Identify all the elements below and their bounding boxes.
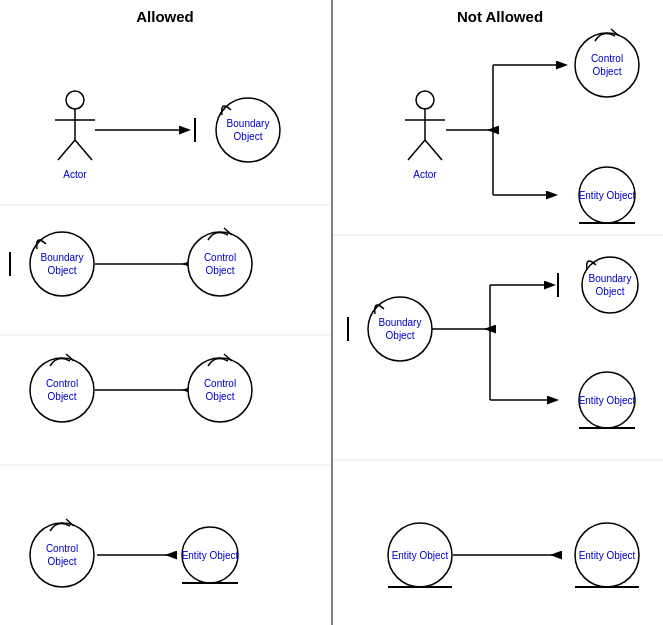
- actor1-label: Actor: [63, 169, 87, 180]
- page: Allowed Not Allowed Actor Boundary Objec…: [0, 0, 663, 625]
- control1-circle: [188, 232, 252, 296]
- boundary4-circle: [582, 257, 638, 313]
- boundary4-label2: Object: [596, 286, 625, 297]
- entity3-label: Entity Object: [579, 395, 636, 406]
- boundary2-circle: [30, 232, 94, 296]
- control5-circle: [575, 33, 639, 97]
- boundary1-label1: Boundary: [227, 118, 270, 129]
- entity4-label: Entity Object: [392, 550, 449, 561]
- control4-label2: Object: [48, 556, 77, 567]
- control1-label1: Control: [204, 252, 236, 263]
- control2-label2: Object: [48, 391, 77, 402]
- control3-circle: [188, 358, 252, 422]
- entity1-label: Entity Object: [182, 550, 239, 561]
- entity5-label: Entity Object: [579, 550, 636, 561]
- boundary3-label2: Object: [386, 330, 415, 341]
- control5-label2: Object: [593, 66, 622, 77]
- boundary3-label1: Boundary: [379, 317, 422, 328]
- control3-label1: Control: [204, 378, 236, 389]
- boundary1-label2: Object: [234, 131, 263, 142]
- boundary3-circle: [368, 297, 432, 361]
- entity2-label: Entity Object: [579, 190, 636, 201]
- boundary4-label1: Boundary: [589, 273, 632, 284]
- boundary2-label1: Boundary: [41, 252, 84, 263]
- control1-label2: Object: [206, 265, 235, 276]
- actor1-leg-right: [75, 140, 92, 160]
- actor1-leg-left: [58, 140, 75, 160]
- diagram-svg: Allowed Not Allowed Actor Boundary Objec…: [0, 0, 663, 625]
- boundary1-circle: [216, 98, 280, 162]
- control2-label1: Control: [46, 378, 78, 389]
- actor2-label: Actor: [413, 169, 437, 180]
- control2-circle: [30, 358, 94, 422]
- control5-label1: Control: [591, 53, 623, 64]
- boundary2-label2: Object: [48, 265, 77, 276]
- control4-label1: Control: [46, 543, 78, 554]
- control3-label2: Object: [206, 391, 235, 402]
- actor2-leg-left: [408, 140, 425, 160]
- actor1-head: [66, 91, 84, 109]
- control4-circle: [30, 523, 94, 587]
- actor2-leg-right: [425, 140, 442, 160]
- actor2-head: [416, 91, 434, 109]
- allowed-header: Allowed: [136, 8, 194, 25]
- not-allowed-header: Not Allowed: [457, 8, 543, 25]
